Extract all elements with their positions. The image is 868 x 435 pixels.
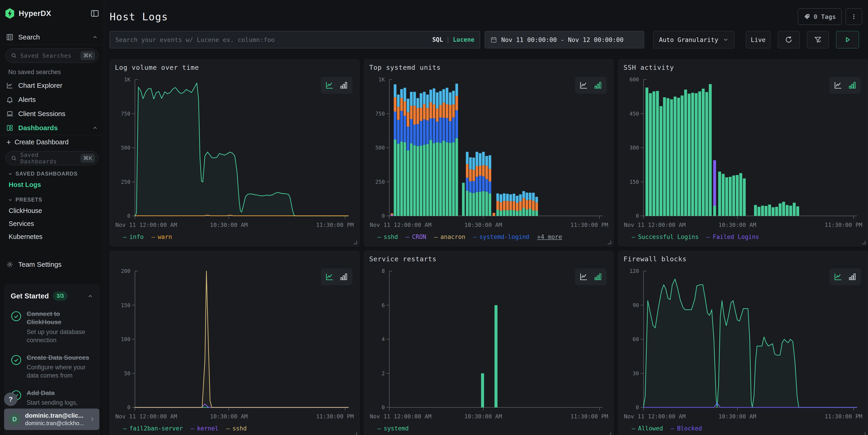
sidebar-item-label: Team Settings bbox=[18, 260, 98, 268]
resize-handle[interactable] bbox=[608, 241, 611, 244]
resize-handle[interactable] bbox=[862, 432, 866, 435]
more-options-button[interactable] bbox=[846, 8, 862, 25]
sidebar-item-label: Alerts bbox=[18, 96, 98, 103]
search-icon bbox=[11, 155, 17, 161]
legend-swatch: — bbox=[377, 425, 381, 432]
logo-row: HyperDX bbox=[5, 0, 99, 27]
bar-chart-toggle-icon[interactable] bbox=[339, 272, 348, 282]
plus-icon: + bbox=[6, 138, 11, 146]
filter-edit-icon bbox=[814, 36, 822, 44]
create-dashboard-button[interactable]: + Create Dashboard bbox=[5, 135, 99, 149]
lang-toggle-sql[interactable]: SQL bbox=[432, 36, 443, 43]
bar-chart-toggle-icon[interactable] bbox=[593, 81, 603, 90]
input-placeholder: Saved Searches bbox=[20, 53, 77, 59]
bar-chart-toggle-icon[interactable] bbox=[847, 81, 857, 90]
sidebar-item-chart-explorer[interactable]: Chart Explorer bbox=[5, 79, 99, 93]
svg-text:11:30:00 PM: 11:30:00 PM bbox=[570, 222, 608, 228]
bar-chart-toggle-icon[interactable] bbox=[593, 272, 603, 282]
live-button[interactable]: Live bbox=[746, 31, 770, 48]
legend-item: —systemd-logind bbox=[473, 234, 529, 240]
legend-swatch: — bbox=[631, 425, 635, 432]
user-menu[interactable]: D dominic.tran@clic... dominic.tran@clic… bbox=[4, 409, 99, 430]
line-chart-toggle-icon[interactable] bbox=[579, 272, 589, 282]
chart-canvas[interactable]: 02505007501KNov 11 12:00:00 AM10:30:00 A… bbox=[115, 74, 354, 230]
panel-title: Top systemd units bbox=[369, 64, 609, 74]
laptop-icon bbox=[6, 110, 14, 118]
chart-type-toggle bbox=[321, 77, 352, 94]
svg-text:100: 100 bbox=[121, 336, 130, 342]
help-button[interactable]: ? bbox=[4, 393, 17, 406]
chart-canvas[interactable]: 050100150200Nov 11 12:00:00 AM10:30:00 A… bbox=[115, 266, 354, 422]
chart-panel-firewall-blocks: Firewall blocks0306090120Nov 11 12:00:00… bbox=[618, 251, 868, 435]
legend-label: CRON bbox=[412, 234, 427, 240]
chart-canvas[interactable]: 02505007501KNov 11 12:00:00 AM10:30:00 A… bbox=[369, 74, 609, 230]
date-range-picker[interactable]: Nov 11 00:00:00 - Nov 12 00:00:00 bbox=[485, 31, 644, 48]
chart-canvas[interactable]: 02468Nov 11 12:00:00 AM10:30:00 AM11:30:… bbox=[369, 266, 609, 422]
chart-panel-ssh-activity: SSH activity0150300450600Nov 11 12:00:00… bbox=[618, 59, 868, 246]
filter-button[interactable] bbox=[807, 31, 829, 48]
legend-swatch: — bbox=[123, 234, 127, 240]
refresh-icon bbox=[784, 36, 793, 44]
bar-chart-toggle-icon[interactable] bbox=[339, 81, 348, 90]
legend-item: —info bbox=[123, 234, 144, 240]
check-circle-icon bbox=[11, 354, 22, 366]
legend-item: —warn bbox=[151, 234, 172, 240]
legend-item: —anacron bbox=[434, 234, 465, 240]
step-title: Create Data Sources bbox=[27, 353, 93, 362]
sidebar-item-search[interactable]: Search bbox=[5, 30, 99, 44]
sidebar-item-team-settings[interactable]: Team Settings bbox=[5, 257, 99, 272]
sidebar-item-services[interactable]: Services bbox=[5, 217, 99, 230]
line-chart-toggle-icon[interactable] bbox=[833, 81, 843, 90]
saved-dashboards-input[interactable]: Saved Dashboards ⌘K bbox=[5, 151, 98, 165]
sidebar-item-dashboards[interactable]: Dashboards bbox=[5, 121, 99, 135]
svg-text:11:30:00 PM: 11:30:00 PM bbox=[570, 413, 608, 420]
create-dashboard-label: Create Dashboard bbox=[14, 138, 69, 146]
search-input[interactable] bbox=[115, 36, 432, 43]
get-started-step[interactable]: Create Data Sources Configure where your… bbox=[11, 353, 93, 380]
chart-type-toggle bbox=[830, 268, 861, 285]
sidebar-item-kubernetes[interactable]: Kubernetes bbox=[5, 230, 99, 243]
legend-label: kernel bbox=[197, 425, 218, 432]
step-title: Add Data bbox=[27, 389, 93, 397]
line-chart-toggle-icon[interactable] bbox=[325, 272, 334, 282]
resize-handle[interactable] bbox=[353, 432, 357, 435]
line-chart-toggle-icon[interactable] bbox=[579, 81, 589, 90]
line-chart-toggle-icon[interactable] bbox=[833, 272, 843, 282]
sidebar-item-host-logs[interactable]: Host Logs bbox=[5, 178, 99, 191]
run-query-button[interactable] bbox=[836, 31, 859, 48]
saved-dashboards-section-header[interactable]: SAVED DASHBOARDS bbox=[8, 171, 99, 177]
sidebar-collapse-icon[interactable] bbox=[90, 9, 99, 18]
line-chart-toggle-icon[interactable] bbox=[325, 81, 334, 90]
chevron-up-icon[interactable] bbox=[87, 293, 93, 299]
legend-label: systemd-logind bbox=[479, 234, 529, 240]
sidebar-item-alerts[interactable]: Alerts bbox=[5, 93, 99, 107]
svg-text:60: 60 bbox=[633, 336, 639, 342]
legend-label: Failed Logins bbox=[713, 234, 759, 240]
legend-swatch: — bbox=[123, 425, 127, 432]
chart-canvas[interactable]: 0306090120Nov 11 12:00:00 AM10:30:00 AM1… bbox=[623, 266, 863, 422]
saved-searches-input[interactable]: Saved Searches ⌘K bbox=[5, 49, 98, 63]
chart-panel-log-volume-over-time: Log volume over time02505007501KNov 11 1… bbox=[110, 59, 360, 246]
svg-text:0: 0 bbox=[636, 213, 639, 219]
presets-section-header[interactable]: PRESETS bbox=[8, 197, 99, 203]
legend-item[interactable]: +4 more bbox=[537, 234, 562, 240]
granularity-select[interactable]: Auto Granularity bbox=[653, 31, 735, 48]
resize-handle[interactable] bbox=[862, 241, 866, 244]
svg-text:90: 90 bbox=[633, 302, 639, 308]
svg-text:Nov 11 12:00:00 AM: Nov 11 12:00:00 AM bbox=[624, 222, 686, 228]
sidebar-item-clickhouse[interactable]: ClickHouse bbox=[5, 204, 99, 217]
legend-label: sshd bbox=[383, 234, 398, 240]
event-search-bar[interactable]: SQL | Lucene bbox=[110, 31, 480, 48]
refresh-button[interactable] bbox=[778, 31, 800, 48]
tags-button[interactable]: 0 Tags bbox=[798, 8, 842, 25]
resize-handle[interactable] bbox=[608, 432, 611, 435]
get-started-step[interactable]: Connect to ClickHouse Set up your databa… bbox=[11, 310, 93, 344]
chart-canvas[interactable]: 0150300450600Nov 11 12:00:00 AM10:30:00 … bbox=[623, 74, 863, 230]
sidebar-item-client-sessions[interactable]: Client Sessions bbox=[5, 107, 99, 121]
bar-chart-toggle-icon[interactable] bbox=[847, 272, 857, 282]
legend-label: info bbox=[129, 234, 144, 240]
chart-type-toggle bbox=[321, 268, 352, 285]
date-range-value: Nov 11 00:00:00 - Nov 12 00:00:00 bbox=[501, 36, 623, 43]
resize-handle[interactable] bbox=[353, 241, 357, 244]
lang-toggle-lucene[interactable]: Lucene bbox=[453, 36, 474, 43]
